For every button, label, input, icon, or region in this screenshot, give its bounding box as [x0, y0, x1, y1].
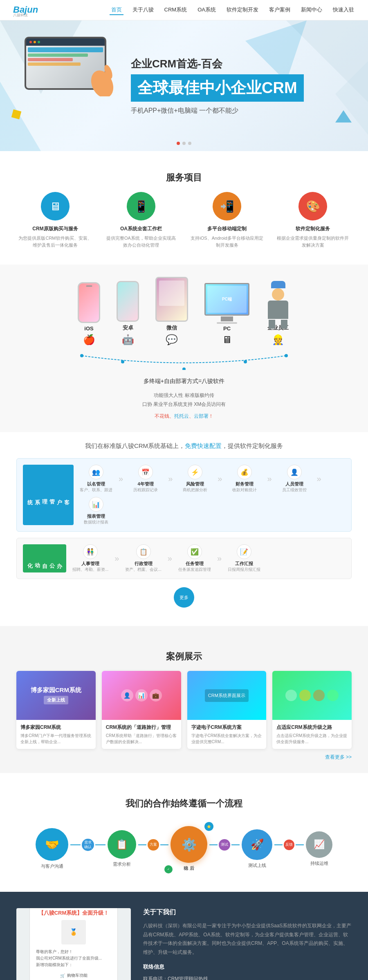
service-desc-0: 为您提供原版CRM软件购买、安装、维护及售后一体化服务 [18, 235, 92, 248]
terminal-section: iOS 🍎 安卓 🤖 微信 💬 PC端 PC 🖥 [0, 265, 368, 432]
svg-point-13 [182, 368, 186, 370]
case-body-1: CRM系统的「道路旅行」管理 CRM系统帮助「道路旅行」管理核心客户数据的全面解… [102, 720, 181, 749]
crm-customer-title: 客户管理系统 [23, 465, 74, 525]
svg-point-11 [80, 354, 83, 357]
hero-banner: 企业CRM首选-百会 全球最佳中小企业CRM 手机APP+微信+电脑端 一个都不… [0, 20, 368, 151]
case-img-3 [272, 671, 352, 720]
coop-step-2: ⚙️ 稳 后 ⭐ ✓ [171, 826, 207, 871]
crm-item-4: 👤 人员管理 员工绩效管控 [278, 465, 311, 493]
nav-news[interactable]: 新闻中心 [299, 5, 324, 15]
main-nav: 首页 关于八骏 CRM系统 OA系统 软件定制开发 客户案例 新闻中心 快速入驻 [110, 5, 356, 15]
crm-item-1: 📅 4年管理 历程跟踪记录 [129, 465, 162, 493]
service-name-2: 多平台移动端定制 [190, 225, 264, 232]
ios-icon: 🍎 [78, 334, 100, 345]
crm-item-3: 💰 财务管理 收款对账统计 [228, 465, 261, 493]
crm-customer-items: 👥 以名管理 客户、联系、跟进 » 📅 4年管理 历程跟踪记录 » ⚡ 风险管理… [80, 465, 345, 525]
header: Bajun 八骏科技 首页 关于八骏 CRM系统 OA系统 软件定制开发 客户案… [0, 0, 368, 20]
coop-label-1: 需求分析 [108, 861, 136, 867]
terminal-worker: 企业员工 👷 [266, 281, 290, 345]
coop-connect-0: 需求确认 [70, 839, 105, 851]
case-desc-3: 点击适应CRM系统升级之路，为企业提供全面升级服务... [276, 733, 348, 745]
office-desc-2: 任务派发追踪管理 [178, 567, 211, 572]
crm-item-desc-4: 员工绩效管控 [278, 487, 311, 493]
case-card-3[interactable]: 点适应CRM系统升级之路 点击适应CRM系统升级之路，为企业提供全面升级服务..… [272, 671, 352, 749]
terminal-wechat-label: 微信 [155, 324, 188, 332]
crm-customer-module: 客户管理系统 👥 以名管理 客户、联系、跟进 » 📅 4年管理 历程跟踪记录 »… [16, 458, 352, 532]
nav-oa[interactable]: OA系统 [196, 5, 218, 15]
services-title: 服务项目 [16, 159, 352, 192]
nav-cases[interactable]: 客户案例 [267, 5, 292, 15]
coop-step-0: 🤝 与客户沟通 [36, 828, 68, 869]
office-icon-2: ✅ [187, 544, 202, 559]
office-arrow-1: » [166, 544, 174, 572]
case-desc-2: 字迹电子CRM系统全套解决方案，为企业提供完整CRM... [191, 733, 263, 745]
terminal-android: 安卓 🤖 [117, 281, 139, 345]
case-title-2: 字迹电子CRM系统方案 [191, 724, 263, 731]
crm-item-icon-3: 💰 [237, 465, 252, 479]
cases-more-link[interactable]: 查看更多 >> [16, 754, 352, 761]
crm-item-desc-1: 历程跟踪记录 [129, 487, 162, 493]
video-frame[interactable]: 【八骏CRM系统】全面升级！ 🏅 尊敬的客户，您好！ 我公司对CRM系统进行了全… [16, 908, 131, 980]
case-card-1[interactable]: 👤 📊 💼 CRM系统的「道路旅行」管理 CRM系统帮助「道路旅行」管理核心客户… [102, 671, 181, 749]
hero-main-title: 全球最佳中小企业CRM [131, 74, 304, 102]
video-content: 八骏科技（深圳）有限公司是一家专注于为中小型企业提供SaaS系统软件的互联网企业… [143, 922, 352, 957]
service-name-1: OA系统全套工作栏 [104, 225, 178, 232]
more-button[interactable]: 更多 [174, 587, 194, 608]
pc-icon: 🖥 [204, 334, 249, 345]
svg-point-15 [285, 354, 288, 357]
hero-content: 企业CRM首选-百会 全球最佳中小企业CRM 手机APP+微信+电脑端 一个都不… [0, 45, 324, 127]
office-desc-0: 招聘、考勤、薪资... [72, 567, 108, 572]
crm-office-title: 办公自动化 [23, 544, 66, 572]
service-icon-3: 🎨 [298, 192, 327, 220]
case-title-1: CRM系统的「道路旅行」管理 [106, 724, 177, 731]
case-title-0: 博多家园CRM系统 [20, 724, 92, 731]
cases-grid: 博多家园CRM系统 全新上线 博多家园CRM系统 博多CRM门户下单一代理服务管… [16, 671, 352, 749]
hero-subtitle: 手机APP+微信+电脑端 一个都不能少 [131, 107, 304, 115]
office-icon-0: 👫 [83, 544, 98, 559]
crm-office-items: 👫 人事管理 招聘、考勤、薪资... » 📋 行政管理 资产、档案、会议... … [72, 544, 345, 572]
crm-item-icon-2: ⚡ [188, 465, 202, 479]
nav-custom[interactable]: 软件定制开发 [225, 5, 260, 15]
service-item-1: 📱 OA系统全套工作栏 提供完整OA系统，帮助企业实现高效办公自动化管理 [104, 192, 178, 248]
nav-join[interactable]: 快速入驻 [331, 5, 356, 15]
terminal-android-label: 安卓 [117, 324, 139, 332]
nav-crm[interactable]: CRM系统 [163, 5, 189, 15]
case-card-0[interactable]: 博多家园CRM系统 全新上线 博多家园CRM系统 博多CRM门户下单一代理服务管… [16, 671, 96, 749]
crm-item-icon-1: 📅 [138, 465, 153, 479]
svg-point-14 [244, 360, 247, 363]
case-img-0: 博多家园CRM系统 全新上线 [16, 671, 96, 720]
crm-arrow-3: » [265, 465, 274, 493]
coop-label-4: 持续运维 [306, 860, 332, 866]
android-icon: 🤖 [117, 334, 139, 345]
service-item-3: 🎨 软件定制化服务 根据企业需求提供量身定制的软件开发解决方案 [276, 192, 350, 248]
case-title-3: 点适应CRM系统升级之路 [276, 724, 348, 731]
coop-connect-3: 反馈 [274, 840, 304, 850]
crm-item-name-0: 以名管理 [80, 481, 112, 487]
coop-label-3: 测试上线 [242, 862, 272, 869]
cooperation-section: 我们的合作始终遵循一个流程 🤝 与客户沟通 需求确认 📋 需求分析 方案 [0, 773, 368, 892]
service-desc-3: 根据企业需求提供量身定制的软件开发解决方案 [276, 235, 350, 248]
crm-office-module: 办公自动化 👫 人事管理 招聘、考勤、薪资... » 📋 行政管理 资产、档案、… [16, 538, 352, 579]
svg-text:八骏科技: 八骏科技 [13, 13, 28, 17]
office-item-0: 👫 人事管理 招聘、考勤、薪资... [72, 544, 108, 572]
hero-dots [177, 142, 191, 145]
nav-home[interactable]: 首页 [110, 5, 123, 15]
crm-item-desc-3: 收款对账统计 [228, 487, 261, 493]
crm-item-desc-2: 商机把握分析 [179, 487, 211, 493]
case-body-3: 点适应CRM系统升级之路 点击适应CRM系统升级之路，为企业提供全面升级服务..… [272, 720, 352, 749]
crm-item-desc-5: 数据统计报表 [80, 519, 112, 525]
terminal-connect-label: 多终端+自由部署方式=八骏软件 [16, 378, 352, 385]
nav-about[interactable]: 关于八骏 [131, 5, 155, 15]
cases-title: 案例展示 [16, 638, 352, 671]
service-name-0: CRM原版购买与服务 [18, 225, 92, 232]
hero-tag: 企业CRM首选-百会 [131, 57, 304, 71]
crm-item-name-2: 风险管理 [179, 481, 211, 487]
crm-item-name-4: 人员管理 [278, 481, 311, 487]
video-contact-section: 联络信息 联系电话：CRM管理顾问热线 点击联系八骏科技业务顾问 联系电话：18… [143, 963, 352, 980]
svg-point-12 [121, 360, 124, 363]
video-left: 【八骏CRM系统】全面升级！ 🏅 尊敬的客户，您好！ 我公司对CRM系统进行了全… [16, 908, 131, 980]
service-icon-2: 📲 [213, 192, 241, 220]
case-card-2[interactable]: CRM系统界面展示 字迹电子CRM系统方案 字迹电子CRM系统全套解决方案，为企… [187, 671, 267, 749]
office-name-0: 人事管理 [72, 561, 108, 567]
cooperation-title: 我们的合作始终遵循一个流程 [16, 785, 352, 818]
